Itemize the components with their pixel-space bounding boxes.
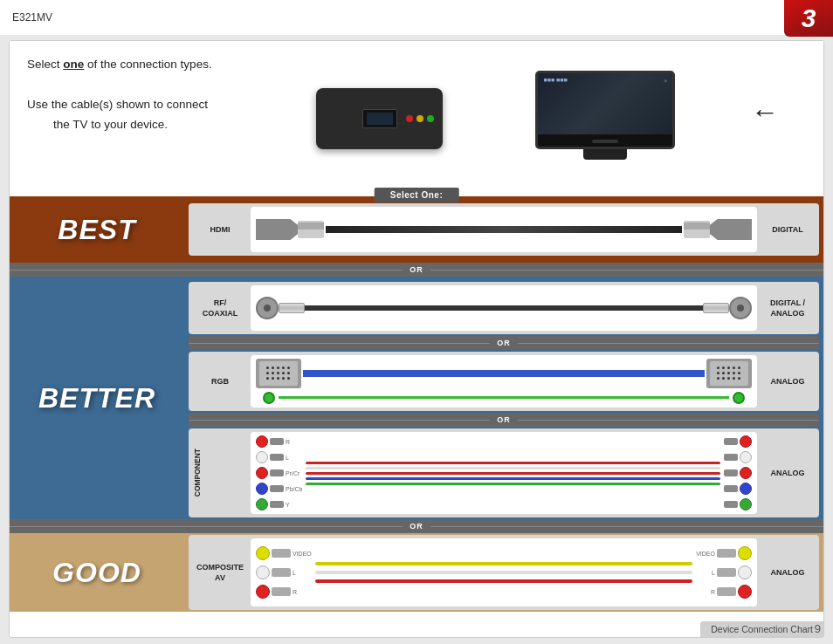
comp-l-tip-l [256, 565, 270, 579]
select-one-label: Select One: [375, 188, 459, 202]
comp-wire-green [306, 483, 720, 485]
stb-buttons [406, 115, 434, 122]
tv-screen: ■■■ ■■■ [538, 73, 672, 134]
page-wrapper: E321MV 3 Select one of the connection ty… [0, 0, 833, 644]
comp-body-y-l [270, 501, 284, 508]
comp-pb-left: Pb/Cb [256, 483, 302, 495]
or-text-3: OR [490, 415, 518, 424]
outer-page-number: 9 [815, 622, 821, 635]
vga-connector-right [706, 359, 752, 388]
comp-body-l-l [270, 454, 284, 461]
rgb-visual [251, 355, 757, 408]
best-quality-text: BEST [58, 214, 135, 246]
comp-r-right2: R [699, 585, 752, 599]
comp-l-body-r [717, 568, 736, 577]
rgb-cable-visual [256, 359, 752, 404]
or-separator-3: OR [189, 413, 819, 427]
component-label: COMPONENT [193, 449, 247, 497]
or-separator-4: OR [10, 519, 823, 533]
comp-wire-red1 [306, 462, 720, 464]
tv-monitor: ■■■ ■■■ [535, 71, 675, 149]
component-cable-visual: R L [256, 435, 752, 510]
comp-body-pb-r [724, 485, 738, 492]
better-section: BETTER RF/COAXIAL [10, 277, 823, 519]
comp-l-left: L [256, 451, 301, 463]
good-label: GOOD [10, 533, 184, 612]
composite-left-plugs: VIDEO L [256, 546, 312, 599]
caption-bar: Device Connection Chart [700, 621, 823, 637]
comp-wire-white [306, 467, 720, 469]
rf-cable-wire [305, 305, 703, 311]
comp-vid-left: VIDEO [256, 546, 312, 560]
comp-y-right [724, 498, 752, 510]
hdmi-cable-visual [256, 219, 752, 240]
underline-one: one [63, 58, 84, 71]
comp-tip-white-l [256, 451, 268, 463]
composite-cables [312, 562, 696, 583]
composite-cable-visual: VIDEO L [256, 546, 752, 599]
rf-barrel-right [703, 303, 729, 313]
comp-body-pb-l [270, 485, 284, 492]
comp-tip-red-l [256, 435, 268, 448]
comp-r-left: R [256, 435, 301, 448]
stb-btn-red [406, 115, 413, 122]
comp-body-pr-r [724, 469, 738, 476]
or-separator-1: OR [10, 263, 823, 277]
rgb-audio-wire [279, 396, 729, 399]
comp-tip-red2-l [256, 467, 268, 479]
composite-row: COMPOSITEAV VIDEO [189, 535, 819, 610]
stb-btn-yellow [416, 115, 423, 122]
better-content: RF/COAXIAL DIGITAL /ANALOG [184, 277, 823, 519]
hdmi-left-body [298, 221, 324, 238]
comp-r-left2: R [256, 585, 308, 599]
comp-l-body-l [272, 568, 291, 577]
comp-tip-red-r [740, 435, 752, 448]
or-text-1: OR [403, 265, 430, 274]
rgb-audio-row [256, 392, 752, 404]
vga-dots-left [266, 367, 292, 381]
comp-body-pr-l [270, 469, 284, 476]
vga-inner-right [710, 361, 748, 386]
good-section: GOOD COMPOSITEAV [10, 533, 823, 612]
instruction-area: Select one of the connection types. Use … [10, 41, 823, 196]
hdmi-right-body [684, 221, 710, 238]
comp-pr-right [724, 467, 752, 479]
rgb-output-label: ANALOG [761, 376, 815, 387]
rgb-cable-vga-wire [303, 370, 705, 377]
rgb-cable-top [256, 359, 752, 388]
comp-wire-white2 [315, 571, 692, 574]
comp-vid-right: VIDEO [696, 546, 752, 560]
comp-l-right [724, 451, 752, 463]
comp-r-tip-r [738, 585, 752, 599]
rf-barrel-left [279, 303, 305, 313]
tv-foot [583, 149, 627, 160]
composite-label: COMPOSITEAV [193, 562, 247, 583]
comp-tip-red2-r [740, 467, 752, 479]
composite-right-plugs: VIDEO L [696, 546, 752, 599]
rf-visual [251, 285, 757, 331]
composite-output-label: ANALOG [761, 567, 815, 578]
rgb-row: RGB [189, 352, 819, 411]
composite-visual: VIDEO L [251, 538, 757, 606]
or-text-2: OR [490, 339, 518, 347]
comp-tip-white-r [740, 451, 752, 463]
best-section: BEST HDMI [10, 196, 823, 263]
comp-vid-body-r [717, 549, 736, 558]
comp-vid-body-l [272, 549, 291, 558]
comp-tip-blue-l [256, 483, 268, 495]
rf-label: RF/COAXIAL [193, 298, 247, 319]
hdmi-row: HDMI [189, 203, 819, 256]
comp-tip-blue-r [740, 483, 752, 495]
comp-l-right2: L [699, 565, 752, 579]
rf-cable-visual [256, 297, 752, 319]
rf-row: RF/COAXIAL DIGITAL /ANALOG [189, 282, 819, 334]
comp-vid-tip-r [738, 546, 752, 560]
comp-r-right [724, 435, 752, 448]
hdmi-visual [251, 207, 757, 252]
comp-r-body-r [717, 587, 736, 596]
component-visual: R L [251, 432, 757, 514]
comp-body-l-r [724, 454, 738, 461]
vga-dots-right [717, 367, 742, 381]
comp-wire-yellow [315, 562, 692, 565]
better-label: BETTER [10, 277, 184, 519]
